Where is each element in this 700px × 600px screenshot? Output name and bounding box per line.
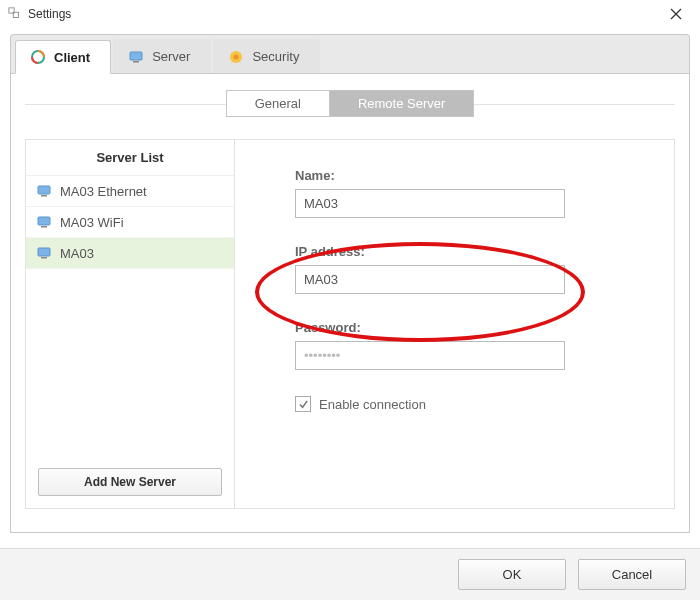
name-label: Name: [295,168,640,183]
ok-button[interactable]: OK [458,559,566,590]
svg-point-8 [234,54,239,59]
name-input[interactable] [295,189,565,218]
svg-rect-14 [41,257,47,259]
close-button[interactable] [660,0,692,28]
dialog-footer: OK Cancel [0,548,700,600]
titlebar: Settings [0,0,700,28]
window-title: Settings [28,7,71,21]
server-item-label: MA03 WiFi [60,215,124,230]
password-input[interactable] [295,341,565,370]
security-icon [228,49,244,65]
svg-rect-12 [41,226,47,228]
app-icon [8,7,22,21]
ip-address-input[interactable] [295,265,565,294]
server-item-label: MA03 [60,246,94,261]
enable-connection-row[interactable]: Enable connection [295,396,640,412]
tab-client-label: Client [54,50,90,65]
password-label: Password: [295,320,640,335]
server-form-panel: Name: IP address: Password: Enable conne… [235,139,675,509]
svg-rect-13 [38,248,50,256]
server-item[interactable]: MA03 [26,238,234,269]
subtab-remote-server[interactable]: Remote Server [330,91,473,116]
tab-security[interactable]: Security [213,39,320,73]
monitor-icon [36,245,52,261]
tab-client[interactable]: Client [15,40,111,74]
tab-server[interactable]: Server [113,39,211,73]
svg-rect-9 [38,186,50,194]
server-item[interactable]: MA03 Ethernet [26,176,234,207]
server-item-label: MA03 Ethernet [60,184,147,199]
svg-rect-6 [133,61,139,63]
tab-security-label: Security [252,49,299,64]
monitor-icon [36,183,52,199]
server-list-panel: Server List MA03 Ethernet MA03 WiFi [25,139,235,509]
enable-connection-label: Enable connection [319,397,426,412]
svg-rect-11 [38,217,50,225]
client-icon [30,49,46,65]
subtab-general[interactable]: General [227,91,330,116]
ip-label: IP address: [295,244,640,259]
main-tabstrip: Client Server Security [10,34,690,73]
svg-rect-5 [130,52,142,60]
server-list: MA03 Ethernet MA03 WiFi MA03 [26,176,234,458]
svg-rect-10 [41,195,47,197]
cancel-button[interactable]: Cancel [578,559,686,590]
monitor-icon [36,214,52,230]
subtab-row: General Remote Server [25,90,675,117]
checkbox-icon [295,396,311,412]
tab-body: General Remote Server Server List MA03 E… [10,73,690,533]
server-list-header: Server List [26,140,234,176]
server-icon [128,49,144,65]
tab-server-label: Server [152,49,190,64]
server-item[interactable]: MA03 WiFi [26,207,234,238]
add-new-server-button[interactable]: Add New Server [38,468,222,496]
